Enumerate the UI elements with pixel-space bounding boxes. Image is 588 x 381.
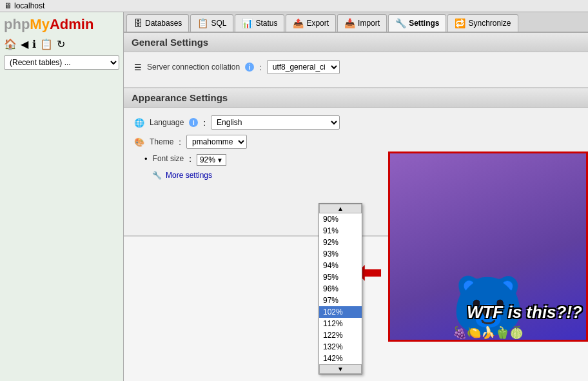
- tab-settings[interactable]: 🔧 Settings: [388, 14, 446, 32]
- recent-tables-select[interactable]: (Recent tables) ...: [4, 55, 119, 70]
- tab-sql[interactable]: 📋 SQL: [190, 14, 233, 32]
- collation-label: Server connection collation: [147, 63, 240, 72]
- settings-content: General Settings ☰ Server connection col…: [124, 33, 588, 237]
- collation-select[interactable]: utf8_general_ci: [267, 60, 340, 74]
- tab-status[interactable]: 📊 Status: [235, 14, 284, 32]
- dropdown-item-92[interactable]: 92%: [319, 237, 362, 248]
- dropdown-item-97[interactable]: 97%: [319, 295, 362, 306]
- collation-row: ☰ Server connection collation i : utf8_g…: [134, 60, 578, 74]
- dropdown-item-95[interactable]: 95%: [319, 271, 362, 283]
- dropdown-item-122[interactable]: 122%: [319, 329, 362, 341]
- dropdown-item-94[interactable]: 94%: [319, 260, 362, 271]
- dropdown-item-91[interactable]: 91%: [319, 225, 362, 237]
- appearance-settings-section: Appearance Settings 🌐 Language i : Engli…: [124, 88, 588, 237]
- dropdown-item-93[interactable]: 93%: [319, 248, 362, 260]
- language-label: Language: [150, 118, 184, 127]
- tab-export[interactable]: 📤 Export: [286, 14, 336, 32]
- tab-synchronize[interactable]: 🔁 Synchronize: [447, 14, 518, 32]
- theme-icon: 🎨: [134, 137, 144, 147]
- meme-text: WTF is this?!?: [467, 303, 582, 322]
- font-size-colon: :: [189, 154, 191, 164]
- info-icon-sidebar[interactable]: ℹ: [32, 38, 36, 50]
- dropdown-scroll-down[interactable]: ▼: [319, 364, 362, 374]
- font-size-dropdown: ▲ 90% 91% 92% 93% 94% 95% 96% 97% 102% 1: [318, 203, 362, 375]
- sidebar: phpMyAdmin 🏠 ◀ ℹ 📋 ↻ (Recent tables) ...: [0, 12, 124, 381]
- dropdown-scroll-up[interactable]: ▲: [319, 204, 362, 213]
- theme-colon: :: [179, 137, 181, 147]
- general-settings-section: General Settings ☰ Server connection col…: [124, 33, 588, 88]
- theme-label: Theme: [150, 137, 173, 146]
- appearance-settings-title: Appearance Settings: [124, 88, 588, 108]
- fruit-emoji: 🍇🍋🍌🫑🍈: [390, 326, 586, 340]
- logo: phpMyAdmin: [4, 16, 119, 33]
- import-icon: 📥: [344, 18, 355, 28]
- tab-label: localhost: [14, 1, 44, 10]
- settings-icon: 🔧: [395, 18, 406, 28]
- logo-admin: Admin: [50, 16, 93, 32]
- appearance-settings-body: 🌐 Language i : English 🎨 Theme :: [124, 108, 588, 237]
- export-icon: 📤: [293, 18, 304, 28]
- tab-bar: 🗄 Databases 📋 SQL 📊 Status 📤 Export 📥 Im…: [124, 12, 588, 33]
- more-settings-label: More settings: [166, 171, 212, 180]
- main-content: 🗄 Databases 📋 SQL 📊 Status 📤 Export 📥 Im…: [124, 12, 588, 381]
- font-size-dropdown-arrow: ▼: [217, 157, 223, 164]
- theme-row: 🎨 Theme : pmahomme: [134, 135, 578, 149]
- logo-my: My: [30, 16, 50, 32]
- general-settings-body: ☰ Server connection collation i : utf8_g…: [124, 52, 588, 88]
- browser-icon: 🖥: [4, 1, 12, 10]
- language-colon: :: [203, 118, 206, 128]
- font-size-value: 92%: [200, 155, 215, 164]
- tab-databases[interactable]: 🗄 Databases: [126, 14, 189, 32]
- dropdown-item-90[interactable]: 90%: [319, 213, 362, 225]
- collation-list-icon: ☰: [134, 63, 142, 72]
- font-size-dropdown-list: ▲ 90% 91% 92% 93% 94% 95% 96% 97% 102% 1: [318, 203, 362, 375]
- collation-info-icon[interactable]: i: [245, 63, 254, 72]
- more-settings-wrench-icon: 🔧: [152, 171, 162, 180]
- copy-icon[interactable]: 📋: [40, 38, 53, 50]
- theme-select[interactable]: pmahomme: [186, 135, 247, 149]
- language-row: 🌐 Language i : English: [134, 115, 578, 130]
- dropdown-item-142[interactable]: 142%: [319, 353, 362, 364]
- tab-import[interactable]: 📥 Import: [337, 14, 387, 32]
- language-select[interactable]: English: [211, 115, 340, 130]
- language-globe-icon: 🌐: [134, 118, 144, 128]
- home-icon[interactable]: 🏠: [4, 38, 17, 50]
- databases-icon: 🗄: [133, 18, 142, 28]
- status-icon: 📊: [242, 18, 253, 28]
- logo-php: php: [4, 16, 30, 32]
- sidebar-icons: 🏠 ◀ ℹ 📋 ↻: [4, 38, 119, 50]
- synchronize-icon: 🔁: [455, 18, 466, 28]
- general-settings-title: General Settings: [124, 33, 588, 52]
- meme-image: 🐻 🍇🍋🍌🫑🍈 WTF is this?!?: [388, 151, 588, 342]
- language-info-icon[interactable]: i: [189, 118, 198, 127]
- back-icon[interactable]: ◀: [21, 38, 28, 50]
- font-size-select-wrapper: 92% ▼: [197, 154, 226, 166]
- font-size-bullet: •: [144, 154, 148, 164]
- dropdown-item-132[interactable]: 132%: [319, 341, 362, 353]
- font-size-label: Font size: [153, 154, 184, 163]
- dropdown-item-102[interactable]: 102%: [319, 306, 362, 318]
- sql-icon: 📋: [197, 18, 208, 28]
- collation-colon: :: [259, 63, 262, 72]
- meme-inner: 🐻 🍇🍋🍌🫑🍈 WTF is this?!?: [390, 153, 586, 340]
- refresh-icon[interactable]: ↻: [57, 38, 65, 50]
- dropdown-item-112[interactable]: 112%: [319, 318, 362, 329]
- dropdown-item-96[interactable]: 96%: [319, 283, 362, 295]
- font-size-trigger[interactable]: 92% ▼: [197, 154, 226, 166]
